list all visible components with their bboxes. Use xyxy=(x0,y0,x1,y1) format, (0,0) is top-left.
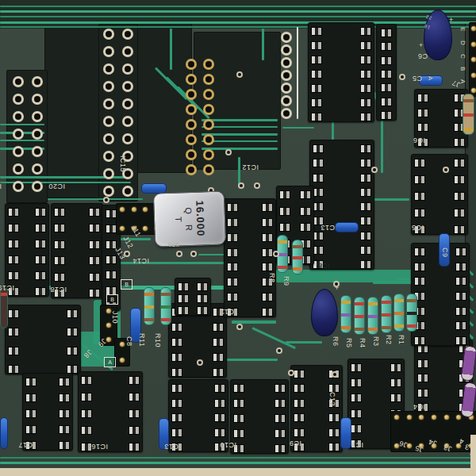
copper-trace xyxy=(373,198,409,201)
silkscreen-label: IC9 xyxy=(289,440,301,447)
plated-hole xyxy=(103,133,114,144)
ic-socket xyxy=(5,305,81,374)
header-pin xyxy=(406,414,413,420)
silkscreen-label: J10 xyxy=(111,311,119,324)
silkscreen-label: IC17 xyxy=(18,441,35,449)
socket-contact xyxy=(233,414,244,423)
plated-hole xyxy=(122,29,133,40)
plated-hole xyxy=(186,149,197,160)
silkscreen-label: RM2 xyxy=(0,311,1,328)
plated-hole xyxy=(281,95,292,106)
socket-contact xyxy=(171,323,182,332)
socket-contact xyxy=(414,192,425,201)
socket-contact xyxy=(106,225,117,233)
header-pin xyxy=(119,357,125,363)
plated-hole xyxy=(203,134,214,145)
socket-contact xyxy=(360,188,371,197)
socket-contact xyxy=(35,224,46,232)
socket-contact xyxy=(227,278,238,286)
socket-contact xyxy=(390,378,401,387)
silkscreen-label: IC8 xyxy=(317,262,330,270)
socket-contact xyxy=(25,409,36,418)
socket-contact xyxy=(414,209,425,217)
socket-contact xyxy=(233,384,244,393)
socket-contact xyxy=(233,429,244,438)
socket-contact xyxy=(54,224,65,232)
resistor-band xyxy=(341,313,351,317)
silkscreen-label: IC12 xyxy=(242,163,259,171)
resistor-band xyxy=(293,245,302,248)
ic-socket xyxy=(230,379,289,454)
socket-contact xyxy=(59,409,70,418)
silkscreen-label: IC7 xyxy=(351,441,363,449)
socket-contact xyxy=(455,248,466,256)
socket-contact xyxy=(360,113,371,121)
socket-contact xyxy=(417,123,428,132)
socket-contact xyxy=(106,240,117,249)
plated-hole xyxy=(32,181,43,192)
socket-contact xyxy=(455,263,466,271)
plated-hole xyxy=(32,76,43,87)
socket-contact xyxy=(89,224,100,232)
resistor-band xyxy=(394,312,404,315)
silkscreen-label: E xyxy=(459,27,466,32)
plated-hole xyxy=(203,89,214,100)
ic-socket xyxy=(51,203,103,298)
socket-contact xyxy=(274,384,286,393)
socket-contact xyxy=(106,255,117,264)
resistor-band xyxy=(161,318,171,321)
resistor-band xyxy=(355,302,364,305)
socket-contact xyxy=(262,203,273,212)
socket-contact xyxy=(262,293,273,301)
header-pin xyxy=(431,414,437,420)
socket-contact xyxy=(35,287,46,296)
copper-trace xyxy=(0,140,44,141)
socket-contact xyxy=(171,428,182,437)
header-pin xyxy=(470,25,476,32)
socket-contact xyxy=(360,246,371,255)
via xyxy=(254,182,260,189)
plated-hole xyxy=(203,74,214,85)
ceramic-capacitor xyxy=(340,417,351,449)
ceramic-capacitor xyxy=(335,222,359,232)
socket-contact xyxy=(313,246,324,255)
ceramic-capacitor xyxy=(141,183,167,194)
jumper-pad-box: A xyxy=(104,357,116,367)
plated-hole xyxy=(13,181,24,192)
socket-contact xyxy=(454,159,465,167)
socket-contact xyxy=(294,384,305,393)
socket-contact xyxy=(455,336,466,345)
plated-hole xyxy=(103,63,114,75)
socket-contact xyxy=(197,306,208,315)
copper-trace xyxy=(262,29,264,60)
socket-contact xyxy=(8,240,19,248)
copper-trace xyxy=(0,21,476,24)
resistor-band xyxy=(407,312,416,315)
resistor-band xyxy=(368,302,378,305)
resistor-band xyxy=(463,113,474,117)
scan-border-right xyxy=(470,435,476,468)
via xyxy=(371,167,378,173)
socket-contact xyxy=(171,338,182,347)
silkscreen-label: C5 xyxy=(412,75,422,83)
plated-hole xyxy=(203,104,214,115)
socket-contact xyxy=(227,218,238,227)
socket-contact xyxy=(81,393,92,401)
socket-contact xyxy=(381,98,392,106)
socket-contact xyxy=(81,443,92,451)
plated-hole xyxy=(186,119,197,130)
socket-contact xyxy=(294,413,305,422)
socket-contact xyxy=(454,192,465,201)
ic-socket xyxy=(22,373,73,451)
socket-contact xyxy=(279,190,290,199)
resistor xyxy=(367,297,378,335)
plated-hole xyxy=(32,111,43,122)
copper-trace xyxy=(373,281,413,284)
board-top-edge xyxy=(0,0,476,29)
plated-hole xyxy=(122,116,133,127)
socket-contact xyxy=(279,223,290,232)
silkscreen-label: B xyxy=(459,67,466,71)
socket-contact xyxy=(381,29,392,37)
socket-contact xyxy=(351,409,362,418)
socket-contact xyxy=(454,225,465,234)
